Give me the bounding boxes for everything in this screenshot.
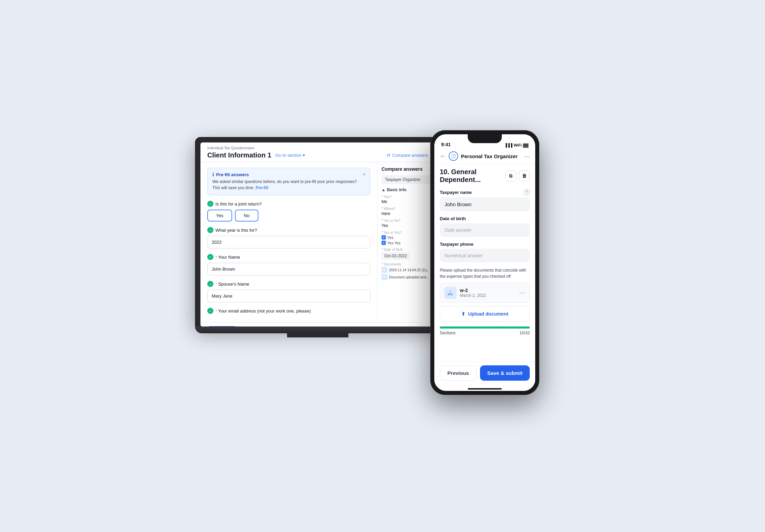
screen-header: Individual Tax Questionnaire Client Info… xyxy=(200,142,435,162)
taxpayer-name-label-text: Taxpayer name xyxy=(440,190,472,195)
more-menu-button[interactable]: ··· xyxy=(524,152,530,160)
compare-item-you: * You? Me xyxy=(381,195,431,204)
laptop: Individual Tax Questionnaire Client Info… xyxy=(195,137,440,337)
your-name-input[interactable] xyxy=(207,263,370,275)
progress-value: 10/10 xyxy=(520,331,530,335)
progress-section: Sections 10/10 xyxy=(440,326,530,335)
chevron-up-icon: ▲ xyxy=(381,187,386,192)
upload-document-button[interactable]: ⬆ Upload document xyxy=(440,306,530,322)
phone-section-title: 10. General Dependent... ⧉ 🗑 xyxy=(440,168,530,184)
phone-shell: 9:41 ▐▐▐ WiFi ▓▓ ← 🕐 Personal Tax Organi… xyxy=(430,130,539,395)
compare-item-yesyes: * Yes or Yes? ✓ Yes ✓ Yes Yes xyxy=(381,231,431,245)
laptop-stand xyxy=(287,333,348,337)
compare-item-where: * Where? Here xyxy=(381,207,431,216)
question-text-spouse-name: * Spouse's Name xyxy=(215,282,249,287)
laptop-body: Individual Tax Questionnaire Client Info… xyxy=(195,137,440,326)
question-text-email: * Your email address (not your work one,… xyxy=(215,308,311,314)
field-label-taxpayer-name: Taxpayer name ? xyxy=(440,189,530,195)
spouse-name-input[interactable] xyxy=(207,290,370,302)
doc-file-icon: ≡ DOC xyxy=(444,287,456,299)
prefill-title: ℹ Pre-fill answers xyxy=(212,172,365,177)
doc-more-button[interactable]: ··· xyxy=(519,289,525,297)
question-label-email: ✓ * Your email address (not your work on… xyxy=(207,308,370,314)
section-header: ▲ Basic info xyxy=(381,187,431,192)
phone-section-title-text: 10. General Dependent... xyxy=(440,168,505,184)
toggle-no[interactable]: No xyxy=(235,210,258,222)
compare-answers-label: Compare answers xyxy=(392,153,429,158)
date-of-birth-input[interactable]: Date answer xyxy=(440,223,530,237)
back-button[interactable]: ← xyxy=(440,153,446,160)
info-icon: ℹ xyxy=(212,172,214,177)
compare-checkbox-yes: ✓ Yes xyxy=(381,235,431,240)
compare-answers-button[interactable]: ⇄ Compare answers xyxy=(387,153,429,158)
field-date-of-birth: Date of birth Date answer xyxy=(440,216,530,237)
status-icons: ▐▐▐ WiFi ▓▓ xyxy=(504,143,528,147)
check-icon-your-name: ✓ xyxy=(207,254,213,260)
doc-name: w-2 xyxy=(460,288,486,293)
question-text-year: What year is this for? xyxy=(215,228,257,233)
upload-icon: ⬆ xyxy=(461,311,465,317)
compare-item-label-where: * Where? xyxy=(381,207,431,211)
form-footer: Next → Submit All answers save automatic… xyxy=(200,322,435,326)
phone-content: 10. General Dependent... ⧉ 🗑 Taxpayer na… xyxy=(434,164,535,362)
year-input[interactable] xyxy=(207,236,370,248)
delete-button[interactable]: 🗑 xyxy=(519,170,530,181)
organizer-tab[interactable]: Taxpayer Organizer xyxy=(381,175,431,184)
doc-lines-icon: ≡ xyxy=(450,290,451,293)
progress-label: Sections 10/10 xyxy=(440,331,530,335)
taxpayer-phone-label-text: Taxpayer phone xyxy=(440,242,474,247)
phone-nav: ← 🕐 Personal Tax Organizer ··· xyxy=(434,149,535,164)
prefill-link[interactable]: Pre-fill xyxy=(256,185,268,190)
chevron-down-icon: ▾ xyxy=(303,153,305,158)
taxpayer-name-value[interactable]: John Brown xyxy=(440,197,530,211)
next-button[interactable]: Next → xyxy=(207,326,237,326)
check-icon-joint-return: ✓ xyxy=(207,201,213,207)
doc-type-label: DOC xyxy=(448,293,453,295)
checkbox-yes-label: Yes xyxy=(387,235,393,240)
goto-section-btn[interactable]: Go to section ▾ xyxy=(275,153,305,158)
compare-item-value-dob: Oct-03-2022 xyxy=(381,252,410,260)
section-label: Basic info xyxy=(387,187,406,192)
doc-details: w-2 March 2, 2022 xyxy=(460,288,486,298)
phone-nav-left: ← 🕐 Personal Tax Organizer xyxy=(440,151,518,161)
taxpayer-phone-input[interactable]: Numerical answer xyxy=(440,249,530,262)
question-year: ✓ What year is this for? xyxy=(207,227,370,248)
question-label-year: ✓ What year is this for? xyxy=(207,227,370,233)
copy-button[interactable]: ⧉ xyxy=(505,170,516,181)
upload-label: Please upload the documents that coincid… xyxy=(440,267,530,279)
question-text-your-name: * Your Name xyxy=(215,255,240,260)
compare-item-label-yesno: * Yes or No? xyxy=(381,219,431,223)
checkbox-yesyes-label: Yes Yes xyxy=(387,241,401,245)
prefill-title-text: Pre-fill answers xyxy=(216,172,249,177)
wifi-icon: WiFi xyxy=(514,143,522,147)
page-title-row: Client Information 1 Go to section ▾ xyxy=(207,151,305,159)
save-submit-button[interactable]: Save & submit xyxy=(480,365,530,381)
taxpayer-name-help-icon[interactable]: ? xyxy=(524,189,530,195)
signal-icon: ▐▐▐ xyxy=(504,143,512,147)
doc-icon-2: 📄 xyxy=(381,274,388,280)
question-your-name: ✓ * Your Name xyxy=(207,254,370,275)
screen-body: ℹ Pre-fill answers We asked similar ques… xyxy=(200,162,435,322)
phone-section-icons: ⧉ 🗑 xyxy=(505,170,530,181)
close-banner-button[interactable]: × xyxy=(363,171,366,178)
toggle-yes[interactable]: Yes xyxy=(207,210,232,222)
question-joint-return: ✓ Is this for a joint return? Yes No xyxy=(207,201,370,222)
prefill-description: We asked similar questions before, do yo… xyxy=(212,179,365,191)
compare-checkbox-group: ✓ Yes ✓ Yes Yes xyxy=(381,235,431,245)
page-title: Client Information 1 xyxy=(207,151,271,159)
upload-button-label: Upload document xyxy=(468,311,508,317)
scene: Individual Tax Questionnaire Client Info… xyxy=(195,137,570,395)
header-row: Client Information 1 Go to section ▾ ⇄ C… xyxy=(207,151,428,159)
field-taxpayer-name: Taxpayer name ? John Brown xyxy=(440,189,530,211)
previous-button[interactable]: Previous xyxy=(440,365,477,381)
laptop-base xyxy=(195,326,440,333)
compare-item-docs: * Documents 📄 2020-11-14 14.04.25 (2).j … xyxy=(381,262,431,280)
doc-icon-1: 📄 xyxy=(381,267,388,273)
compare-icon: ⇄ xyxy=(387,153,390,158)
laptop-screen: Individual Tax Questionnaire Client Info… xyxy=(200,142,435,326)
compare-item-yesno: * Yes or No? Yes xyxy=(381,219,431,228)
header-actions: ⇄ Compare answers xyxy=(387,153,429,158)
phone-notch xyxy=(468,134,502,143)
prefill-desc-text: We asked similar questions before, do yo… xyxy=(212,179,357,190)
progress-bar-bg xyxy=(440,326,530,329)
